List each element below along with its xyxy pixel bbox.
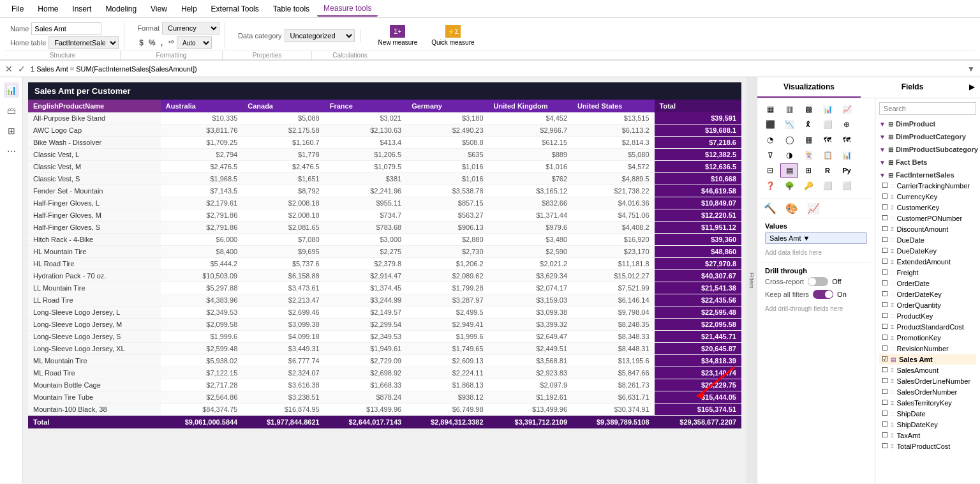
cross-report-toggle[interactable] <box>808 277 828 286</box>
panel-expand[interactable]: ▶ <box>964 77 980 98</box>
menu-file[interactable]: File <box>5 2 30 16</box>
formula-cancel[interactable]: ✕ <box>5 64 13 74</box>
formula-confirm[interactable]: ✓ <box>18 64 26 74</box>
viz-format[interactable]: 🎨 <box>783 201 801 215</box>
field-item[interactable]: ☐ΣExtendedAmount <box>879 256 976 267</box>
visualizations-tab[interactable]: Visualizations <box>757 77 861 98</box>
menu-external-tools[interactable]: External Tools <box>205 2 265 16</box>
viz-key-influencers[interactable]: 🔑 <box>799 179 817 193</box>
viz-custom2[interactable]: ⬜ <box>838 179 856 193</box>
viz-decomp-tree[interactable]: 🌳 <box>780 179 798 193</box>
sidebar-icon-model[interactable]: ⊞ <box>4 123 19 139</box>
viz-ribbon[interactable]: 🎗 <box>799 117 817 132</box>
viz-qa[interactable]: ❓ <box>761 179 779 193</box>
field-section-header[interactable]: ▼⊞DimProductCategory <box>879 132 976 142</box>
viz-stacked-bar[interactable]: ▦ <box>761 102 779 116</box>
viz-custom1[interactable]: ⬜ <box>819 179 836 193</box>
field-item[interactable]: ☐ΣOrderQuantity <box>879 299 976 310</box>
viz-stacked-col[interactable]: ▩ <box>799 102 817 116</box>
viz-table[interactable]: ⊞ <box>799 163 817 178</box>
decimal-up[interactable]: ⁺⁰ <box>166 39 175 47</box>
viz-filled-map[interactable]: 🗺 <box>838 133 856 147</box>
viz-kpi[interactable]: 📊 <box>838 148 856 162</box>
formula-expand[interactable]: ▼ <box>967 64 975 73</box>
field-item[interactable]: ☐ΣTaxAmt <box>879 430 976 441</box>
cell-product: All-Purpose Bike Stand <box>28 112 161 125</box>
field-item[interactable]: ☐ΣProductStandardCost <box>879 321 976 332</box>
quick-measure-button[interactable]: ⚡Σ Quick measure <box>426 24 479 47</box>
field-item[interactable]: ☐□DueDate <box>879 234 976 245</box>
menu-modeling[interactable]: Modeling <box>99 2 143 16</box>
viz-matrix[interactable]: ▤ <box>780 163 798 178</box>
viz-slicer[interactable]: ⊟ <box>761 163 779 178</box>
viz-donut[interactable]: ◯ <box>780 133 798 147</box>
viz-map[interactable]: 🗺 <box>819 133 836 147</box>
field-item[interactable]: ☐□CarrierTrackingNumber <box>879 180 976 191</box>
field-item[interactable]: ☐□SalesOrderNumber <box>879 386 976 397</box>
field-item[interactable]: ☐□RevisionNumber <box>879 343 976 354</box>
menu-table-tools[interactable]: Table tools <box>267 2 316 16</box>
percent-symbol[interactable]: % <box>147 38 158 48</box>
name-input[interactable] <box>31 22 101 35</box>
keep-filters-toggle[interactable] <box>813 290 833 299</box>
viz-build[interactable]: 🔨 <box>761 201 779 215</box>
field-item[interactable]: ☐□ShipDate <box>879 408 976 419</box>
menu-measure-tools[interactable]: Measure tools <box>317 1 378 17</box>
field-item[interactable]: ☐ΣPromotionKey <box>879 332 976 343</box>
field-item[interactable]: ☐□OrderDate <box>879 278 976 289</box>
field-item[interactable]: ☐□ProductKey <box>879 310 976 321</box>
field-item[interactable]: ☐ΣCurrencyKey <box>879 191 976 202</box>
field-item[interactable]: ☐ΣSalesAmount <box>879 365 976 375</box>
auto-select[interactable]: Auto <box>177 36 212 49</box>
viz-gauge[interactable]: ◑ <box>780 148 798 162</box>
values-chip[interactable]: Sales Amt ▼ <box>765 232 867 244</box>
format-select[interactable]: Currency <box>162 22 219 34</box>
field-item[interactable]: ☐ΣCustomerKey <box>879 202 976 213</box>
sidebar-icon-report[interactable]: 📊 <box>4 82 19 98</box>
viz-pie[interactable]: ◔ <box>761 133 779 147</box>
menu-home[interactable]: Home <box>31 2 64 16</box>
viz-area[interactable]: ⬛ <box>761 117 779 132</box>
field-item[interactable]: ☐ΣDiscountAmount <box>879 223 976 234</box>
viz-py[interactable]: Py <box>838 163 856 178</box>
new-measure-button[interactable]: Σ+ New measure <box>373 24 423 47</box>
viz-r[interactable]: R <box>819 163 836 178</box>
viz-clustered-col[interactable]: 📊 <box>819 102 836 116</box>
menu-help[interactable]: Help <box>175 2 204 16</box>
field-section-header[interactable]: ▼⊞Fact Bets <box>879 157 976 167</box>
field-item[interactable]: ☐ΣDueDateKey <box>879 245 976 256</box>
formula-text[interactable]: 1 Sales Amt = SUM(FactInternetSales[Sale… <box>31 65 962 73</box>
field-item[interactable]: ☐□Freight <box>879 267 976 278</box>
field-item[interactable]: ☐□OrderDateKey <box>879 289 976 299</box>
viz-clustered-bar[interactable]: ▥ <box>780 102 798 116</box>
sidebar-icon-data[interactable]: 🗃 <box>4 103 19 118</box>
field-section-header[interactable]: ▼⊞DimProduct <box>879 119 976 129</box>
data-category-select[interactable]: Uncategorized <box>285 29 355 42</box>
filter-sidebar[interactable]: Filters <box>746 77 757 483</box>
viz-card[interactable]: 🃏 <box>799 148 817 162</box>
menu-insert[interactable]: Insert <box>66 2 98 16</box>
comma-symbol[interactable]: , <box>159 38 165 48</box>
fields-tab[interactable]: Fields <box>861 77 964 98</box>
viz-scatter[interactable]: ⊕ <box>838 117 856 132</box>
viz-analytics[interactable]: 📈 <box>805 201 822 215</box>
field-item[interactable]: ☐ΣSalesOrderLineNumber <box>879 375 976 386</box>
viz-multirow-card[interactable]: 📋 <box>819 148 836 162</box>
viz-funnel[interactable]: ⊽ <box>761 148 779 162</box>
field-section-header[interactable]: ▼⊞DimProductSubcategory <box>879 144 976 155</box>
dollar-symbol[interactable]: $ <box>137 38 145 48</box>
viz-treemap[interactable]: ▦ <box>799 133 817 147</box>
field-item[interactable]: ☐ΣShipDateKey <box>879 419 976 430</box>
viz-waterfall[interactable]: ⬜ <box>819 117 836 132</box>
viz-line-stacked[interactable]: 📉 <box>780 117 798 132</box>
viz-line[interactable]: 📈 <box>838 102 856 116</box>
field-item[interactable]: ☑▤Sales Amt <box>879 354 976 365</box>
field-item[interactable]: ☐ΣSalesTerritoryKey <box>879 397 976 408</box>
sidebar-icon-more[interactable]: ⋯ <box>4 144 19 159</box>
field-item[interactable]: ☐ΣTotalProductCost <box>879 441 976 451</box>
home-table-select[interactable]: FactInternetSales <box>48 36 119 49</box>
field-section-header[interactable]: ▼⊞FactInternetSales <box>879 170 976 180</box>
search-input[interactable] <box>879 102 976 115</box>
field-item[interactable]: ☐□CustomerPONumber <box>879 213 976 223</box>
menu-view[interactable]: View <box>144 2 174 16</box>
